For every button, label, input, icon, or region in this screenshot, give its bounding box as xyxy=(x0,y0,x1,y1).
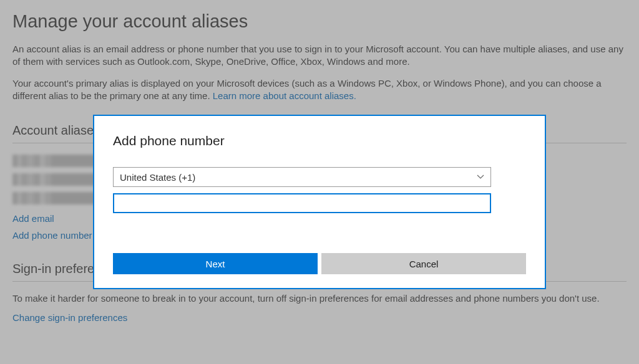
modal-title: Add phone number xyxy=(113,133,526,148)
add-phone-modal: Add phone number United States (+1) Next… xyxy=(93,115,546,289)
next-button[interactable]: Next xyxy=(113,253,318,274)
chevron-down-icon xyxy=(477,172,484,183)
cancel-button[interactable]: Cancel xyxy=(321,253,526,274)
modal-overlay: Add phone number United States (+1) Next… xyxy=(0,0,639,364)
country-selected-label: United States (+1) xyxy=(120,172,195,183)
country-code-select[interactable]: United States (+1) xyxy=(113,167,491,187)
phone-number-input[interactable] xyxy=(113,193,491,213)
modal-button-row: Next Cancel xyxy=(113,253,526,274)
